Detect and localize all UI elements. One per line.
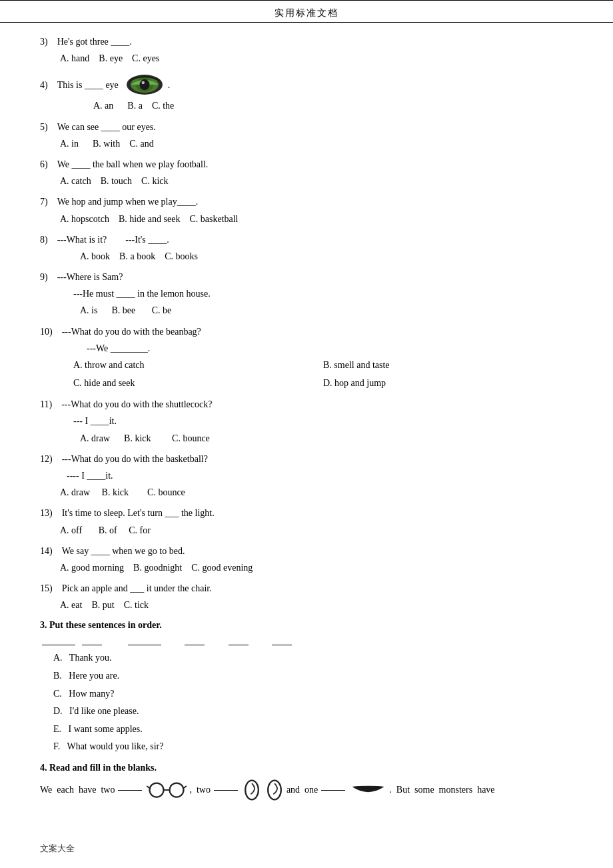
q8-text: 8) ---What is it? ---It's ____. [40, 231, 573, 248]
question-3: 3) He's got three ____. A. hand B. eye C… [40, 33, 573, 67]
q12-choices: A. draw B. kick C. bounce [60, 484, 573, 501]
question-5: 5) We can see ____ our eyes. A. in B. wi… [40, 119, 573, 152]
blank-5 [229, 645, 249, 645]
fill-text-2: , two [189, 780, 211, 801]
blank-3 [128, 645, 161, 645]
svg-point-3 [139, 79, 149, 91]
q5-text: 5) We can see ____ our eyes. [40, 119, 573, 135]
q9-text: 9) ---Where is Sam? [40, 269, 573, 285]
q12-text2: ---- I ____it. [67, 467, 573, 484]
q15-text: 15) Pick an apple and ___ it under the c… [40, 580, 573, 597]
list-item-d: D. I'd like one please. [53, 703, 573, 721]
ear-icon-left [243, 779, 261, 801]
section4-title: 4. Read and fill in the blanks. [40, 763, 573, 773]
question-7: 7) We hop and jump when we play____. A. … [40, 193, 573, 227]
list-item-e: E. I want some apples. [53, 721, 573, 739]
q4-choices: A. an B. a C. the [93, 97, 573, 114]
fill-blank-row: We each have two , two and one [40, 779, 573, 801]
q8-choices: A. book B. a book C. books [80, 248, 573, 265]
blank-6 [272, 645, 292, 645]
blank-glasses [118, 790, 142, 791]
q6-text: 6) We ____ the ball when we play footbal… [40, 156, 573, 173]
main-content: 3) He's got three ____. A. hand B. eye C… [0, 23, 613, 847]
glasses-icon [147, 779, 187, 801]
svg-point-4 [141, 81, 145, 85]
section3-list: A. Thank you. B. Here you are. C. How ma… [53, 649, 573, 756]
question-11: 11) ---What do you do with the shuttleco… [40, 396, 573, 447]
q9-text2: ---He must ____ in the lemon house. [73, 285, 573, 302]
list-item-c: C. How many? [53, 685, 573, 703]
blank-1 [42, 645, 75, 645]
q14-text: 14) We say ____ when we go to bed. [40, 543, 573, 559]
list-item-b: B. Here you are. [53, 667, 573, 685]
q15-choices: A. eat B. put C. tick [60, 597, 573, 613]
ear-icon-right [265, 779, 284, 801]
q11-text2: --- I ____it. [73, 413, 573, 429]
svg-line-8 [147, 786, 150, 788]
q13-choices: A. off B. of C. for [60, 522, 573, 539]
q3-choices: A. hand B. eye C. eyes [60, 50, 573, 67]
question-6: 6) We ____ the ball when we play footbal… [40, 156, 573, 189]
section3-title: 3. Put these sentences in order. [40, 620, 573, 631]
blank-2 [82, 645, 102, 645]
q11-choices: A. draw B. kick C. bounce [80, 430, 573, 447]
fill-text-3: and one [287, 780, 318, 801]
svg-point-5 [150, 783, 164, 797]
footer-text: 文案大全 [40, 843, 75, 853]
q11-text: 11) ---What do you do with the shuttleco… [40, 396, 573, 413]
question-13: 13) It's time to sleep. Let's turn ___ t… [40, 505, 573, 538]
svg-point-10 [245, 781, 259, 800]
question-9: 9) ---Where is Sam? ---He must ____ in t… [40, 269, 573, 319]
mouth-icon [350, 781, 386, 799]
question-4: 4) This is ____ eye . A. an B. a C. the [40, 72, 573, 114]
q12-text: 12) ---What do you do with the basketbal… [40, 451, 573, 467]
page-footer: 文案大全 [40, 843, 75, 855]
q14-choices: A. good morning B. goodnight C. good eve… [60, 559, 573, 576]
q10-choices: A. throw and catch B. smell and taste C.… [73, 357, 573, 392]
fill-text-4: . But some monsters have [389, 780, 494, 801]
question-8: 8) ---What is it? ---It's ____. A. book … [40, 231, 573, 265]
fill-text-1: We each have two [40, 780, 115, 801]
q5-choices: A. in B. with C. and [60, 135, 573, 152]
list-item-a: A. Thank you. [53, 649, 573, 667]
q7-text: 7) We hop and jump when we play____. [40, 193, 573, 210]
q6-choices: A. catch B. touch C. kick [60, 173, 573, 189]
q9-choices: A. is B. bee C. be [80, 302, 573, 319]
question-10: 10) ---What do you do with the beanbag? … [40, 323, 573, 393]
q3-text: 3) He's got three ____. [40, 33, 573, 50]
q4-text: 4) This is ____ eye . [40, 72, 573, 97]
header-title: 实用标准文档 [275, 8, 338, 18]
q13-text: 13) It's time to sleep. Let's turn ___ t… [40, 505, 573, 521]
question-15: 15) Pick an apple and ___ it under the c… [40, 580, 573, 613]
svg-point-11 [268, 781, 281, 800]
page-header: 实用标准文档 [0, 1, 613, 23]
blank-mouth [321, 790, 345, 791]
blank-ears [214, 790, 238, 791]
order-blanks-row [40, 635, 573, 645]
q7-choices: A. hopscotch B. hide and seek C. basketb… [60, 211, 573, 227]
svg-line-9 [184, 786, 187, 788]
q10-text2: ---We ________. [87, 340, 573, 357]
list-item-f: F. What would you like, sir? [53, 738, 573, 756]
question-14: 14) We say ____ when we go to bed. A. go… [40, 543, 573, 576]
question-12: 12) ---What do you do with the basketbal… [40, 451, 573, 501]
blank-4 [185, 645, 205, 645]
q10-text: 10) ---What do you do with the beanbag? [40, 323, 573, 340]
eye-icon [125, 72, 165, 97]
svg-point-6 [170, 783, 184, 797]
